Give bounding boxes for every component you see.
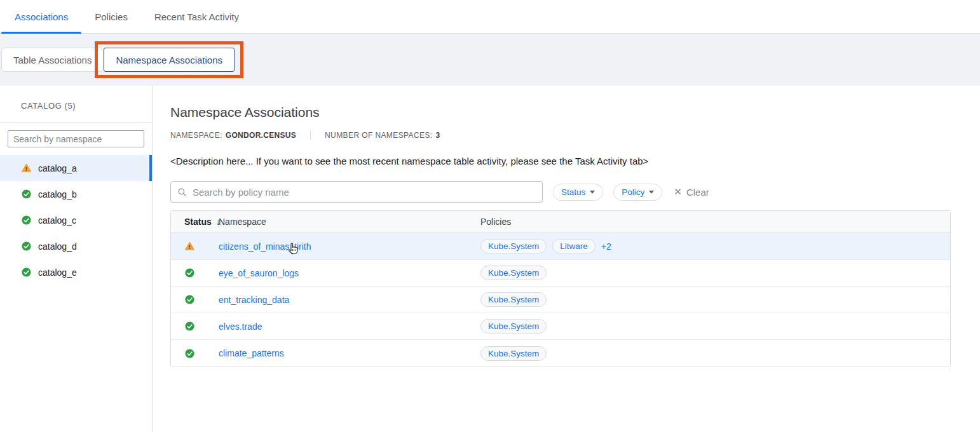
policy-search-input[interactable] <box>191 186 536 198</box>
search-icon <box>177 187 187 197</box>
policy-search-box[interactable] <box>170 181 543 203</box>
chevron-down-icon <box>649 191 654 194</box>
table-row[interactable]: elves.tradeKube.System <box>171 313 950 340</box>
check-circle-icon <box>184 348 195 359</box>
catalog-item-label: catalog_e <box>38 267 77 278</box>
check-circle-icon <box>21 189 32 199</box>
clear-filters-label: Clear <box>686 187 709 198</box>
tab-associations[interactable]: Associations <box>1 0 81 33</box>
status-cell <box>171 294 219 305</box>
catalog-list: catalog_acatalog_bcatalog_ccatalog_dcata… <box>0 155 152 285</box>
page-title: Namespace Associations <box>170 105 980 120</box>
description-text: <Description here... If you want to see … <box>170 156 980 166</box>
catalog-header: CATALOG (5) <box>0 86 152 123</box>
check-circle-icon <box>184 294 195 305</box>
namespace-count-label: NUMBER OF NAMESPACES: <box>325 131 433 140</box>
policy-pill[interactable]: Kube.System <box>480 346 547 361</box>
status-cell <box>171 241 219 252</box>
filter-row: Status Policy ✕ Clear <box>170 181 980 203</box>
policies-cell: Kube.SystemLitware+2 <box>480 239 950 253</box>
namespace-cell: climate_patterns <box>219 348 480 358</box>
namespace-link[interactable]: citizens_of_minas_tirith <box>219 241 311 252</box>
main-panel: Namespace Associations NAMESPACE: GONDOR… <box>153 86 980 432</box>
column-header-status[interactable]: Status ↓ <box>171 217 219 227</box>
status-cell <box>171 348 219 359</box>
namespace-cell: ent_tracking_data <box>219 295 480 305</box>
content-area: CATALOG (5) catalog_acatalog_bcatalog_cc… <box>0 86 980 432</box>
catalog-sidebar: CATALOG (5) catalog_acatalog_bcatalog_cc… <box>0 86 153 432</box>
namespace-label: NAMESPACE: <box>170 131 222 140</box>
chevron-down-icon <box>590 191 595 194</box>
policy-pill[interactable]: Litware <box>552 239 595 253</box>
top-tab-bar: Associations Policies Recent Task Activi… <box>0 0 980 34</box>
status-filter-dropdown[interactable]: Status <box>553 184 603 201</box>
column-header-policies[interactable]: Policies <box>480 217 950 227</box>
table-row[interactable]: climate_patternsKube.System <box>171 340 950 367</box>
namespace-link[interactable]: ent_tracking_data <box>219 295 289 305</box>
check-circle-icon <box>184 321 195 332</box>
clear-filters-button[interactable]: ✕ Clear <box>674 186 709 198</box>
selected-indicator-bar <box>149 155 152 181</box>
catalog-item-label: catalog_d <box>38 241 77 252</box>
namespace-link[interactable]: elves.trade <box>219 321 262 332</box>
sidebar-item-catalog_b[interactable]: catalog_b <box>0 181 152 207</box>
check-circle-icon <box>21 267 32 278</box>
policies-cell: Kube.System <box>480 319 950 334</box>
namespace-cell: eye_of_sauron_logs <box>219 268 480 278</box>
annotation-highlight: Namespace Associations <box>95 41 243 78</box>
status-cell <box>171 267 219 278</box>
namespace-table: Status ↓ Namespace Policies citizens_of_… <box>170 210 951 367</box>
table-row[interactable]: eye_of_sauron_logsKube.System <box>171 260 950 287</box>
sidebar-item-catalog_d[interactable]: catalog_d <box>0 233 152 259</box>
table-body: citizens_of_minas_tirithKube.SystemLitwa… <box>171 233 950 367</box>
namespace-column-label: Namespace <box>219 217 266 227</box>
namespace-cell: elves.trade <box>219 321 480 332</box>
namespace-link[interactable]: eye_of_sauron_logs <box>219 268 299 278</box>
policies-cell: Kube.System <box>480 292 950 307</box>
check-circle-icon <box>184 267 195 278</box>
namespace-cell: citizens_of_minas_tirith <box>219 241 480 252</box>
policies-cell: Kube.System <box>480 346 950 361</box>
policy-filter-label: Policy <box>622 187 644 197</box>
sidebar-item-catalog_a[interactable]: catalog_a <box>0 155 152 181</box>
warning-icon <box>21 163 32 173</box>
check-circle-icon <box>21 215 32 226</box>
sidebar-item-catalog_c[interactable]: catalog_c <box>0 207 152 233</box>
sidebar-item-catalog_e[interactable]: catalog_e <box>0 259 152 285</box>
check-circle-icon <box>21 241 32 252</box>
namespace-search-input[interactable] <box>8 130 144 147</box>
view-toggle-band: Table Associations Namespace Association… <box>0 34 980 86</box>
table-header-row: Status ↓ Namespace Policies <box>171 211 950 233</box>
policy-pill[interactable]: Kube.System <box>480 319 547 334</box>
warning-icon <box>184 241 195 252</box>
table-row[interactable]: ent_tracking_dataKube.System <box>171 287 950 313</box>
table-row[interactable]: citizens_of_minas_tirithKube.SystemLitwa… <box>171 233 950 260</box>
policy-pill[interactable]: Kube.System <box>480 239 547 253</box>
namespace-link[interactable]: climate_patterns <box>219 348 284 358</box>
table-associations-button[interactable]: Table Associations <box>1 48 104 72</box>
tab-recent-task-activity[interactable]: Recent Task Activity <box>141 0 252 33</box>
policies-column-label: Policies <box>480 217 511 227</box>
close-icon: ✕ <box>674 186 682 198</box>
sidebar-search-wrap <box>0 123 152 155</box>
meta-divider <box>310 130 311 140</box>
more-policies-link[interactable]: +2 <box>601 241 611 252</box>
catalog-item-label: catalog_c <box>38 215 76 226</box>
policy-pill[interactable]: Kube.System <box>480 292 547 307</box>
catalog-item-label: catalog_a <box>38 163 77 173</box>
status-cell <box>171 321 219 332</box>
status-filter-label: Status <box>561 187 585 197</box>
namespace-count-value: 3 <box>436 131 440 140</box>
namespace-value: GONDOR.CENSUS <box>226 131 296 140</box>
status-column-label: Status <box>184 217 212 227</box>
namespace-associations-button[interactable]: Namespace Associations <box>104 48 235 72</box>
catalog-item-label: catalog_b <box>38 189 77 199</box>
policy-filter-dropdown[interactable]: Policy <box>613 184 662 201</box>
meta-row: NAMESPACE: GONDOR.CENSUS NUMBER OF NAMES… <box>170 130 980 140</box>
policies-cell: Kube.System <box>480 266 950 280</box>
policy-pill[interactable]: Kube.System <box>480 266 547 280</box>
tab-policies[interactable]: Policies <box>81 0 141 33</box>
column-header-namespace[interactable]: Namespace <box>219 217 480 227</box>
